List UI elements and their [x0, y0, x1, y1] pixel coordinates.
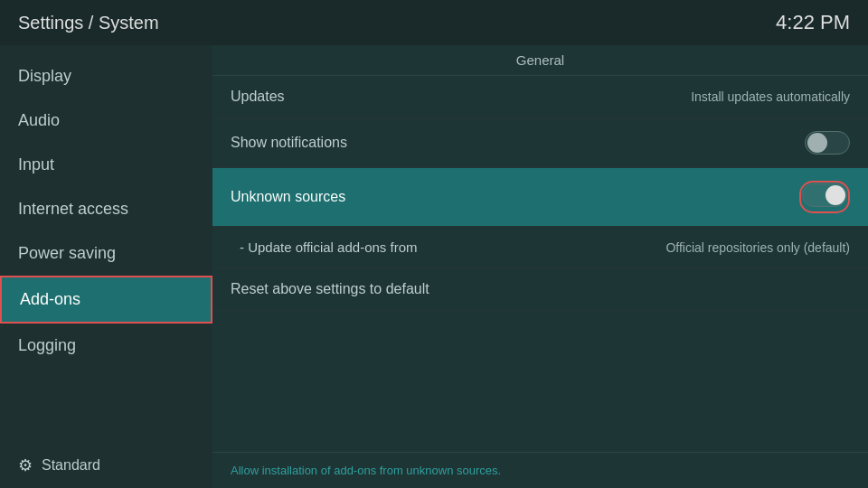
sidebar-item-add-ons[interactable]: Add-ons	[0, 276, 212, 324]
setting-show-notifications[interactable]: Show notifications	[212, 118, 868, 168]
setting-updates[interactable]: Updates Install updates automatically	[212, 76, 868, 118]
unknown-sources-toggle-wrapper	[799, 181, 850, 213]
sidebar-item-power-saving[interactable]: Power saving	[0, 231, 212, 276]
show-notifications-label: Show notifications	[231, 135, 347, 151]
setting-update-official-addons[interactable]: - Update official add-ons from Official …	[212, 227, 868, 268]
sidebar-item-display[interactable]: Display	[0, 54, 212, 99]
unknown-sources-label: Unknown sources	[231, 189, 345, 205]
update-official-addons-label: - Update official add-ons from	[240, 239, 418, 255]
sidebar-item-audio[interactable]: Audio	[0, 99, 212, 143]
setting-unknown-sources[interactable]: Unknown sources	[212, 168, 868, 227]
sidebar-item-input[interactable]: Input	[0, 143, 212, 187]
footer-hint: Allow installation of add-ons from unkno…	[231, 464, 501, 477]
updates-value: Install updates automatically	[691, 89, 850, 104]
reset-label: Reset above settings to default	[231, 281, 429, 297]
section-header: General	[212, 45, 868, 76]
updates-label: Updates	[231, 89, 285, 105]
show-notifications-toggle[interactable]	[805, 131, 850, 155]
unknown-sources-toggle[interactable]	[802, 183, 847, 207]
sidebar-item-internet-access[interactable]: Internet access	[0, 187, 212, 231]
content-footer: Allow installation of add-ons from unkno…	[212, 452, 868, 488]
sidebar-footer: ⚙ Standard	[0, 443, 212, 488]
update-official-addons-value: Official repositories only (default)	[665, 240, 850, 255]
standard-label: Standard	[42, 457, 100, 474]
header: Settings / System 4:22 PM	[0, 0, 868, 45]
content-area: General Updates Install updates automati…	[212, 45, 868, 488]
toggle-knob-on	[826, 185, 845, 205]
sidebar: Display Audio Input Internet access Powe…	[0, 45, 212, 488]
clock: 4:22 PM	[776, 11, 850, 34]
settings-list: Updates Install updates automatically Sh…	[212, 76, 868, 452]
sidebar-item-logging[interactable]: Logging	[0, 324, 212, 368]
setting-reset[interactable]: Reset above settings to default	[212, 268, 868, 311]
main-layout: Display Audio Input Internet access Powe…	[0, 45, 868, 488]
gear-icon: ⚙	[18, 455, 33, 475]
toggle-knob	[807, 133, 827, 153]
page-title: Settings / System	[18, 13, 159, 33]
